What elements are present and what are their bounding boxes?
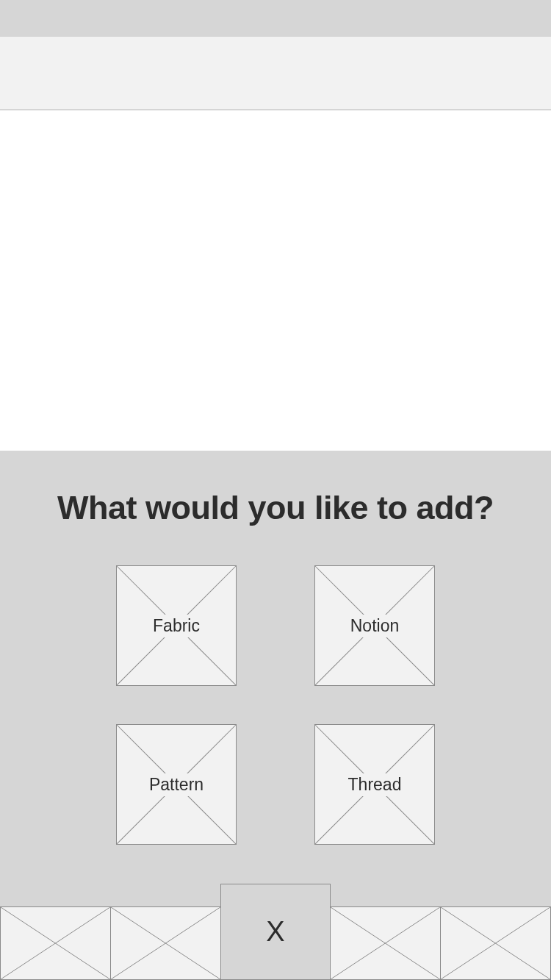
placeholder-icon [1,907,110,979]
svg-line-9 [441,907,550,979]
option-fabric[interactable]: Fabric [116,565,237,686]
svg-line-7 [331,907,440,979]
option-label: Fabric [150,615,203,637]
status-bar [0,0,551,37]
option-pattern[interactable]: Pattern [116,724,237,845]
nav-item-1[interactable] [0,906,110,980]
modal-title: What would you like to add? [0,489,551,527]
option-notion[interactable]: Notion [314,565,435,686]
placeholder-icon [331,907,440,979]
svg-line-2 [111,907,220,979]
placeholder-icon [441,907,550,979]
close-icon: X [266,916,284,948]
svg-line-1 [1,907,110,979]
close-button[interactable]: X [220,884,331,980]
svg-line-8 [441,907,550,979]
options-grid: Fabric Notion Pattern Thread [0,565,551,845]
option-thread[interactable]: Thread [314,724,435,845]
option-label: Pattern [146,773,206,796]
svg-line-0 [1,907,110,979]
option-label: Notion [347,615,402,637]
nav-item-5[interactable] [440,906,551,980]
svg-line-6 [331,907,440,979]
header-bar [0,37,551,110]
placeholder-icon [111,907,220,979]
nav-item-2[interactable] [110,906,220,980]
content-area [0,110,551,451]
option-label: Thread [345,773,405,796]
svg-line-3 [111,907,220,979]
nav-item-4[interactable] [330,906,440,980]
